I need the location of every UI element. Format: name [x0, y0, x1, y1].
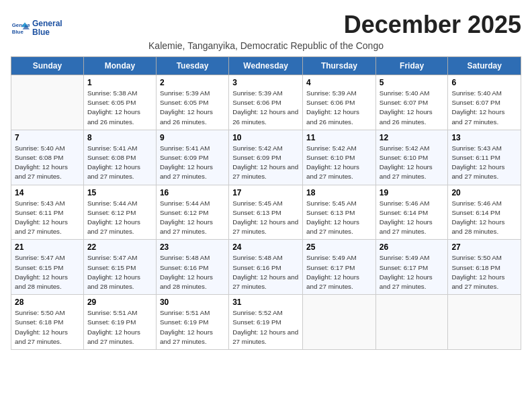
day-info: Sunrise: 5:38 AMSunset: 6:05 PMDaylight:… [87, 89, 152, 127]
day-number: 5 [380, 78, 445, 87]
calendar-day-cell: 2Sunrise: 5:39 AMSunset: 6:05 PMDaylight… [156, 75, 228, 130]
day-number: 6 [451, 78, 517, 87]
calendar-body: 1Sunrise: 5:38 AMSunset: 6:05 PMDaylight… [11, 75, 521, 350]
day-info: Sunrise: 5:44 AMSunset: 6:12 PMDaylight:… [160, 199, 225, 237]
day-info: Sunrise: 5:42 AMSunset: 6:10 PMDaylight:… [380, 144, 445, 182]
day-number: 1 [87, 78, 152, 87]
calendar-week-row: 28Sunrise: 5:50 AMSunset: 6:18 PMDayligh… [11, 295, 521, 350]
day-number: 29 [87, 298, 152, 307]
calendar-day-cell: 20Sunrise: 5:46 AMSunset: 6:14 PMDayligh… [448, 185, 521, 240]
calendar-week-row: 14Sunrise: 5:43 AMSunset: 6:11 PMDayligh… [11, 185, 521, 240]
day-info: Sunrise: 5:48 AMSunset: 6:16 PMDaylight:… [232, 253, 299, 291]
calendar-day-cell: 25Sunrise: 5:49 AMSunset: 6:17 PMDayligh… [303, 240, 376, 295]
day-info: Sunrise: 5:42 AMSunset: 6:09 PMDaylight:… [232, 144, 299, 182]
day-of-week-header: Friday [375, 57, 448, 75]
calendar-day-cell: 6Sunrise: 5:40 AMSunset: 6:07 PMDaylight… [448, 75, 521, 130]
calendar-day-cell: 9Sunrise: 5:41 AMSunset: 6:09 PMDaylight… [156, 130, 228, 185]
day-of-week-header: Sunday [11, 57, 84, 75]
day-number: 13 [451, 133, 517, 142]
day-number: 11 [306, 133, 372, 142]
calendar-day-cell: 4Sunrise: 5:39 AMSunset: 6:06 PMDaylight… [303, 75, 376, 130]
day-info: Sunrise: 5:47 AMSunset: 6:15 PMDaylight:… [87, 253, 152, 291]
day-info: Sunrise: 5:46 AMSunset: 6:14 PMDaylight:… [380, 199, 445, 237]
day-info: Sunrise: 5:47 AMSunset: 6:15 PMDaylight:… [15, 253, 80, 291]
calendar-day-cell: 7Sunrise: 5:40 AMSunset: 6:08 PMDaylight… [11, 130, 84, 185]
day-number: 21 [15, 242, 80, 252]
calendar-day-cell: 18Sunrise: 5:45 AMSunset: 6:13 PMDayligh… [303, 185, 376, 240]
day-of-week-header: Thursday [303, 57, 376, 75]
calendar-day-cell: 13Sunrise: 5:43 AMSunset: 6:11 PMDayligh… [448, 130, 521, 185]
calendar-day-cell: 5Sunrise: 5:40 AMSunset: 6:07 PMDaylight… [375, 75, 448, 130]
day-number: 8 [87, 133, 152, 142]
day-info: Sunrise: 5:52 AMSunset: 6:19 PMDaylight:… [232, 308, 299, 347]
day-info: Sunrise: 5:49 AMSunset: 6:17 PMDaylight:… [306, 253, 372, 291]
day-of-week-header: Saturday [448, 57, 521, 75]
calendar-day-cell: 11Sunrise: 5:42 AMSunset: 6:10 PMDayligh… [303, 130, 376, 185]
day-number: 26 [380, 242, 445, 252]
calendar-day-cell: 16Sunrise: 5:44 AMSunset: 6:12 PMDayligh… [156, 185, 228, 240]
day-number: 12 [380, 133, 445, 142]
day-number: 2 [160, 78, 225, 87]
calendar-day-cell: 10Sunrise: 5:42 AMSunset: 6:09 PMDayligh… [229, 130, 303, 185]
svg-text:Blue: Blue [12, 29, 24, 35]
calendar-day-cell: 26Sunrise: 5:49 AMSunset: 6:17 PMDayligh… [375, 240, 448, 295]
day-info: Sunrise: 5:40 AMSunset: 6:07 PMDaylight:… [451, 89, 517, 127]
day-of-week-header: Wednesday [229, 57, 303, 75]
day-number: 10 [232, 133, 299, 142]
day-number: 20 [451, 188, 517, 197]
day-number: 17 [232, 188, 299, 197]
day-info: Sunrise: 5:45 AMSunset: 6:13 PMDaylight:… [232, 199, 299, 237]
location-subtitle: Kalemie, Tanganyika, Democratic Republic… [11, 40, 521, 51]
calendar-day-cell [375, 295, 448, 350]
calendar-day-cell: 21Sunrise: 5:47 AMSunset: 6:15 PMDayligh… [11, 240, 84, 295]
calendar-day-cell: 27Sunrise: 5:50 AMSunset: 6:18 PMDayligh… [448, 240, 521, 295]
logo-blue: Blue [32, 28, 62, 37]
day-info: Sunrise: 5:48 AMSunset: 6:16 PMDaylight:… [160, 253, 225, 291]
calendar-day-cell: 8Sunrise: 5:41 AMSunset: 6:08 PMDaylight… [83, 130, 156, 185]
calendar-week-row: 1Sunrise: 5:38 AMSunset: 6:05 PMDaylight… [11, 75, 521, 130]
day-info: Sunrise: 5:51 AMSunset: 6:19 PMDaylight:… [160, 308, 225, 347]
day-info: Sunrise: 5:43 AMSunset: 6:11 PMDaylight:… [15, 199, 80, 237]
calendar-day-cell: 31Sunrise: 5:52 AMSunset: 6:19 PMDayligh… [229, 295, 303, 350]
day-info: Sunrise: 5:42 AMSunset: 6:10 PMDaylight:… [306, 144, 372, 182]
day-number: 31 [232, 298, 299, 307]
calendar-day-cell: 19Sunrise: 5:46 AMSunset: 6:14 PMDayligh… [375, 185, 448, 240]
day-number: 30 [160, 298, 225, 307]
day-number: 9 [160, 133, 225, 142]
calendar-day-cell [303, 295, 376, 350]
day-number: 14 [15, 188, 80, 197]
day-info: Sunrise: 5:40 AMSunset: 6:08 PMDaylight:… [15, 144, 80, 182]
logo-icon: General Blue [11, 19, 30, 38]
day-number: 16 [160, 188, 225, 197]
day-number: 19 [380, 188, 445, 197]
calendar-day-cell [448, 295, 521, 350]
calendar-week-row: 21Sunrise: 5:47 AMSunset: 6:15 PMDayligh… [11, 240, 521, 295]
day-info: Sunrise: 5:39 AMSunset: 6:05 PMDaylight:… [160, 89, 225, 127]
calendar-day-cell: 29Sunrise: 5:51 AMSunset: 6:19 PMDayligh… [83, 295, 156, 350]
day-number: 7 [15, 133, 80, 142]
day-of-week-header: Tuesday [156, 57, 228, 75]
calendar-day-cell [11, 75, 84, 130]
day-number: 23 [160, 242, 225, 252]
day-info: Sunrise: 5:40 AMSunset: 6:07 PMDaylight:… [380, 89, 445, 127]
day-info: Sunrise: 5:49 AMSunset: 6:17 PMDaylight:… [380, 253, 445, 291]
month-title: December 2025 [344, 11, 521, 39]
calendar-day-cell: 3Sunrise: 5:39 AMSunset: 6:06 PMDaylight… [229, 75, 303, 130]
calendar-day-cell: 1Sunrise: 5:38 AMSunset: 6:05 PMDaylight… [83, 75, 156, 130]
day-number: 4 [306, 78, 372, 87]
calendar-day-cell: 28Sunrise: 5:50 AMSunset: 6:18 PMDayligh… [11, 295, 84, 350]
day-info: Sunrise: 5:43 AMSunset: 6:11 PMDaylight:… [451, 144, 517, 182]
calendar-day-cell: 14Sunrise: 5:43 AMSunset: 6:11 PMDayligh… [11, 185, 84, 240]
month-title-section: December 2025 [344, 11, 521, 39]
day-of-week-header: Monday [83, 57, 156, 75]
day-number: 22 [87, 242, 152, 252]
day-number: 27 [451, 242, 517, 252]
day-number: 15 [87, 188, 152, 197]
day-info: Sunrise: 5:50 AMSunset: 6:18 PMDaylight:… [15, 308, 80, 347]
day-number: 3 [232, 78, 299, 87]
calendar-day-cell: 17Sunrise: 5:45 AMSunset: 6:13 PMDayligh… [229, 185, 303, 240]
calendar-day-cell: 22Sunrise: 5:47 AMSunset: 6:15 PMDayligh… [83, 240, 156, 295]
day-info: Sunrise: 5:39 AMSunset: 6:06 PMDaylight:… [232, 89, 299, 127]
calendar-day-cell: 23Sunrise: 5:48 AMSunset: 6:16 PMDayligh… [156, 240, 228, 295]
calendar-day-cell: 24Sunrise: 5:48 AMSunset: 6:16 PMDayligh… [229, 240, 303, 295]
